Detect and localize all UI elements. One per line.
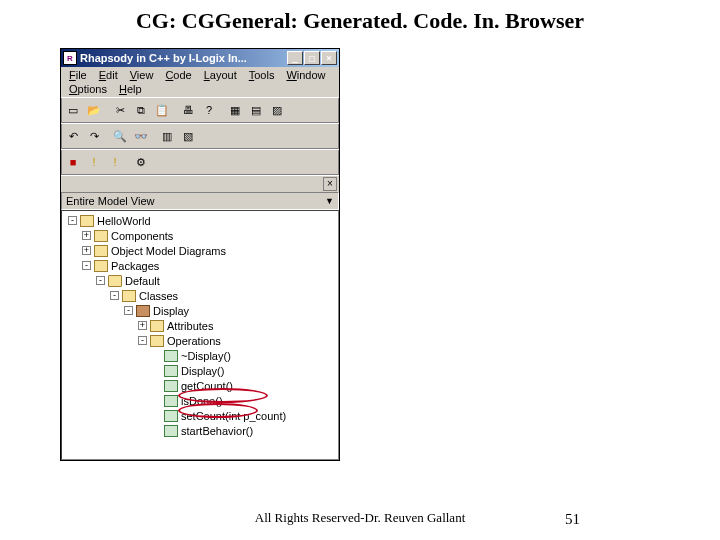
menu-code[interactable]: Code	[159, 68, 197, 82]
tree-row[interactable]: -Packages	[62, 258, 338, 273]
print-icon[interactable]: 🖶	[178, 100, 198, 120]
gear-icon[interactable]: ⚙	[131, 152, 151, 172]
redo-icon[interactable]: ↷	[84, 126, 104, 146]
tree-label: Display()	[181, 365, 224, 377]
expand-icon[interactable]: +	[82, 231, 91, 240]
tree-label: Object Model Diagrams	[111, 245, 226, 257]
view-label: Entire Model View	[66, 195, 154, 207]
tree-row[interactable]: setCount(int p_count)	[62, 408, 338, 423]
new-icon[interactable]: ▭	[63, 100, 83, 120]
slide-title: CG: CGGeneral: Generated. Code. In. Brow…	[0, 0, 720, 48]
form-icon[interactable]: ▦	[225, 100, 245, 120]
info-icon[interactable]: !	[105, 152, 125, 172]
tree-label: ~Display()	[181, 350, 231, 362]
tree-label: Classes	[139, 290, 178, 302]
menu-file[interactable]: File	[63, 68, 93, 82]
op-icon	[164, 365, 178, 377]
diagram-icon[interactable]: ▥	[157, 126, 177, 146]
menu-window[interactable]: Window	[280, 68, 331, 82]
collapse-icon[interactable]: -	[96, 276, 105, 285]
toolbar-1: ▭ 📂 ✂ ⧉ 📋 🖶 ? ▦ ▤ ▨	[61, 97, 339, 123]
close-button[interactable]: ×	[321, 51, 337, 65]
cut-icon[interactable]: ✂	[110, 100, 130, 120]
model-tree[interactable]: -HelloWorld+Components+Object Model Diag…	[61, 210, 339, 460]
pkg-icon	[108, 275, 122, 287]
menu-edit[interactable]: Edit	[93, 68, 124, 82]
tree-row[interactable]: +Object Model Diagrams	[62, 243, 338, 258]
copy-icon[interactable]: ⧉	[131, 100, 151, 120]
tree-spacer	[152, 381, 161, 390]
folder-icon	[94, 260, 108, 272]
op-icon	[164, 410, 178, 422]
tree-row[interactable]: isDone()	[62, 393, 338, 408]
tree-row[interactable]: -Classes	[62, 288, 338, 303]
alert-icon[interactable]: !	[84, 152, 104, 172]
tree-spacer	[152, 366, 161, 375]
expand-icon[interactable]: +	[82, 246, 91, 255]
tree-row[interactable]: -Operations	[62, 333, 338, 348]
op-icon	[164, 380, 178, 392]
toolbar-3: ■ ! ! ⚙	[61, 149, 339, 175]
pane-close-icon[interactable]: ×	[323, 177, 337, 191]
menubar: File Edit View Code Layout Tools Window …	[61, 67, 339, 97]
tree-label: Default	[125, 275, 160, 287]
tree-label: setCount(int p_count)	[181, 410, 286, 422]
tree-label: isDone()	[181, 395, 223, 407]
tree-spacer	[152, 351, 161, 360]
menu-layout[interactable]: Layout	[198, 68, 243, 82]
collapse-icon[interactable]: -	[82, 261, 91, 270]
tree-row[interactable]: ~Display()	[62, 348, 338, 363]
tree-label: Operations	[167, 335, 221, 347]
tree-label: HelloWorld	[97, 215, 151, 227]
menu-help[interactable]: Help	[113, 82, 148, 96]
tree-spacer	[152, 396, 161, 405]
folder-icon	[94, 230, 108, 242]
maximize-button[interactable]: □	[304, 51, 320, 65]
dropdown-icon: ▼	[325, 196, 334, 206]
find-icon[interactable]: 🔍	[110, 126, 130, 146]
tree-row[interactable]: Display()	[62, 363, 338, 378]
tree-row[interactable]: -Display	[62, 303, 338, 318]
tree-label: startBehavior()	[181, 425, 253, 437]
folder-icon	[150, 335, 164, 347]
tree-row[interactable]: +Components	[62, 228, 338, 243]
menu-tools[interactable]: Tools	[243, 68, 281, 82]
folder-icon	[94, 245, 108, 257]
window-title: Rhapsody in C++ by I-Logix In...	[80, 52, 287, 64]
menu-view[interactable]: View	[124, 68, 160, 82]
collapse-icon[interactable]: -	[68, 216, 77, 225]
chart-icon[interactable]: ▧	[178, 126, 198, 146]
stop-icon[interactable]: ■	[63, 152, 83, 172]
view-selector[interactable]: Entire Model View ▼	[61, 192, 339, 210]
collapse-icon[interactable]: -	[124, 306, 133, 315]
app-window: R Rhapsody in C++ by I-Logix In... _ □ ×…	[60, 48, 340, 461]
tree-label: Packages	[111, 260, 159, 272]
help-icon[interactable]: ?	[199, 100, 219, 120]
collapse-icon[interactable]: -	[110, 291, 119, 300]
folder-icon	[150, 320, 164, 332]
browser-pane: × Entire Model View ▼ -HelloWorld+Compon…	[61, 175, 339, 460]
folder-icon	[80, 215, 94, 227]
binoculars-icon[interactable]: 👓	[131, 126, 151, 146]
titlebar[interactable]: R Rhapsody in C++ by I-Logix In... _ □ ×	[61, 49, 339, 67]
tree-row[interactable]: +Attributes	[62, 318, 338, 333]
open-icon[interactable]: 📂	[84, 100, 104, 120]
export-icon[interactable]: ▨	[267, 100, 287, 120]
collapse-icon[interactable]: -	[138, 336, 147, 345]
minimize-button[interactable]: _	[287, 51, 303, 65]
op-icon	[164, 425, 178, 437]
toolbar-2: ↶ ↷ 🔍 👓 ▥ ▧	[61, 123, 339, 149]
expand-icon[interactable]: +	[138, 321, 147, 330]
menu-options[interactable]: Options	[63, 82, 113, 96]
folder-icon	[122, 290, 136, 302]
tree-row[interactable]: getCount()	[62, 378, 338, 393]
tree-spacer	[152, 426, 161, 435]
config-icon[interactable]: ▤	[246, 100, 266, 120]
tree-spacer	[152, 411, 161, 420]
tree-label: Display	[153, 305, 189, 317]
undo-icon[interactable]: ↶	[63, 126, 83, 146]
tree-row[interactable]: startBehavior()	[62, 423, 338, 438]
tree-row[interactable]: -Default	[62, 273, 338, 288]
tree-row[interactable]: -HelloWorld	[62, 213, 338, 228]
paste-icon[interactable]: 📋	[152, 100, 172, 120]
